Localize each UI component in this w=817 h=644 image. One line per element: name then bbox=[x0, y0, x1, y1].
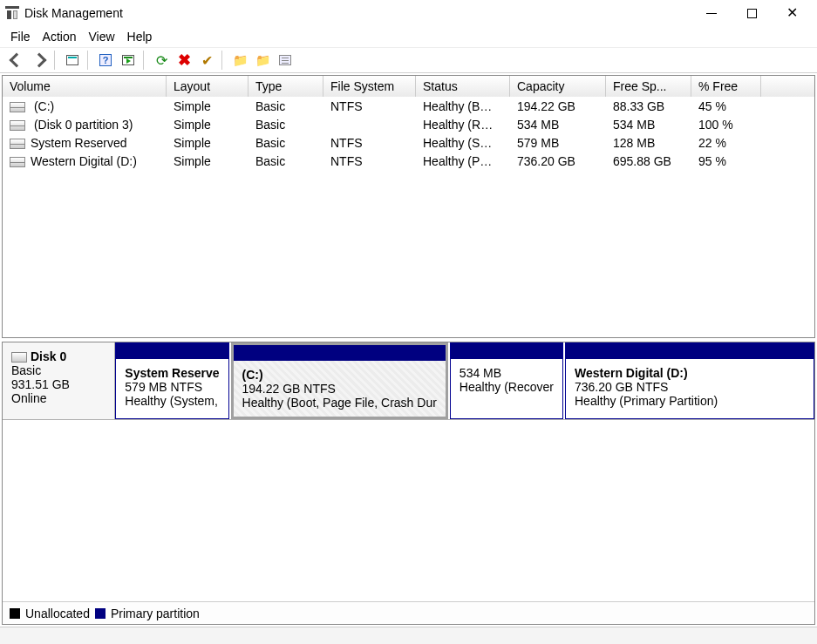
menubar: File Action View Help bbox=[0, 26, 817, 47]
minimize-button[interactable] bbox=[691, 0, 732, 26]
properties-button[interactable]: ✔ bbox=[197, 51, 216, 70]
cell-fs: NTFS bbox=[323, 99, 416, 113]
titlebar: Disk Management ✕ bbox=[0, 0, 817, 26]
partition-body: (C:)194.22 GB NTFSHealthy (Boot, Page Fi… bbox=[234, 361, 446, 417]
cell-capacity: 579 MB bbox=[510, 136, 606, 150]
maximize-icon bbox=[747, 9, 757, 18]
col-layout[interactable]: Layout bbox=[167, 76, 249, 97]
window: Disk Management ✕ File Action View Help … bbox=[0, 0, 817, 644]
refresh-button[interactable]: ⟳ bbox=[152, 51, 171, 70]
volume-row[interactable]: (Disk 0 partition 3)SimpleBasicHealthy (… bbox=[3, 115, 814, 133]
partition-bar bbox=[116, 343, 228, 359]
swatch-unallocated-icon bbox=[10, 608, 20, 619]
maximize-button[interactable] bbox=[732, 0, 772, 26]
cell-type: Basic bbox=[249, 136, 323, 150]
col-capacity[interactable]: Capacity bbox=[510, 76, 606, 97]
menu-action[interactable]: Action bbox=[43, 30, 77, 44]
partition-title: Western Digital (D:) bbox=[575, 366, 805, 380]
partition-bar bbox=[234, 345, 446, 361]
col-status[interactable]: Status bbox=[416, 76, 510, 97]
cell-capacity: 736.20 GB bbox=[510, 154, 606, 168]
cell-type: Basic bbox=[249, 99, 323, 113]
window-title: Disk Management bbox=[24, 6, 123, 20]
cell-pfree: 100 % bbox=[691, 118, 761, 132]
panel-icon bbox=[66, 55, 78, 65]
minimize-icon bbox=[706, 13, 717, 14]
partition-size: 736.20 GB NTFS bbox=[575, 380, 805, 394]
volume-row[interactable]: Western Digital (D:)SimpleBasicNTFSHealt… bbox=[3, 152, 814, 170]
menu-file[interactable]: File bbox=[10, 30, 31, 44]
col-type[interactable]: Type bbox=[249, 76, 323, 97]
partition[interactable]: (C:)194.22 GB NTFSHealthy (Boot, Page Fi… bbox=[231, 342, 448, 419]
volume-icon bbox=[10, 157, 25, 167]
col-volume[interactable]: Volume bbox=[3, 76, 167, 97]
partition-status: Healthy (Boot, Page File, Crash Dur bbox=[242, 396, 437, 410]
menu-help[interactable]: Help bbox=[127, 30, 153, 44]
cell-type: Basic bbox=[249, 118, 323, 132]
partition-size: 534 MB bbox=[460, 366, 554, 380]
toolbar-separator bbox=[143, 51, 146, 70]
legend: Unallocated Primary partition bbox=[3, 601, 814, 624]
disk-state: Online bbox=[11, 391, 106, 405]
cell-free: 695.88 GB bbox=[606, 154, 691, 168]
disk-row: Disk 0 Basic 931.51 GB Online System Res… bbox=[3, 342, 814, 420]
volume-icon bbox=[10, 120, 25, 131]
cell-capacity: 194.22 GB bbox=[510, 99, 606, 113]
cell-capacity: 534 MB bbox=[510, 118, 606, 132]
partition-title: System Reserve bbox=[125, 366, 219, 380]
disk-label[interactable]: Disk 0 Basic 931.51 GB Online bbox=[3, 342, 115, 419]
folder-up-icon: 📁 bbox=[233, 53, 248, 67]
partitions: System Reserve579 MB NTFSHealthy (System… bbox=[115, 342, 814, 419]
col-filesystem[interactable]: File System bbox=[323, 76, 416, 97]
partition-status: Healthy (System, bbox=[125, 394, 219, 408]
list-icon bbox=[279, 55, 291, 65]
toolbar-separator bbox=[87, 51, 91, 70]
folder-up-button[interactable]: 📁 bbox=[230, 51, 249, 70]
cell-status: Healthy (B… bbox=[416, 99, 510, 113]
menu-view[interactable]: View bbox=[88, 30, 114, 44]
partition[interactable]: System Reserve579 MB NTFSHealthy (System… bbox=[115, 342, 228, 419]
col-percent-free[interactable]: % Free bbox=[691, 76, 761, 97]
cell-free: 128 MB bbox=[606, 136, 691, 150]
toolbar: ? ⟳ ✖ ✔ 📁 📁 bbox=[0, 47, 817, 73]
cell-pfree: 22 % bbox=[691, 136, 761, 150]
show-hide-console-tree-button[interactable] bbox=[63, 51, 82, 70]
panel-play-icon bbox=[122, 55, 134, 65]
partition-size: 194.22 GB NTFS bbox=[242, 382, 437, 396]
disk-type: Basic bbox=[11, 363, 106, 377]
disk-icon bbox=[11, 352, 27, 363]
cell-status: Healthy (R… bbox=[416, 118, 510, 132]
volume-list-header: Volume Layout Type File System Status Ca… bbox=[3, 76, 814, 97]
volume-name: (C:) bbox=[31, 99, 54, 113]
cell-layout: Simple bbox=[167, 118, 249, 132]
refresh-icon: ⟳ bbox=[156, 52, 167, 69]
cell-fs: NTFS bbox=[323, 136, 416, 150]
partition-bar bbox=[566, 343, 814, 359]
folder-search-icon: 📁 bbox=[255, 53, 270, 67]
partition-bar bbox=[451, 343, 562, 359]
help-button[interactable]: ? bbox=[96, 51, 115, 70]
actionpane-button[interactable] bbox=[119, 51, 138, 70]
app-icon bbox=[5, 6, 19, 20]
disk-name: Disk 0 bbox=[31, 349, 66, 363]
volume-row[interactable]: (C:)SimpleBasicNTFSHealthy (B…194.22 GB8… bbox=[3, 97, 814, 115]
forward-button[interactable] bbox=[30, 51, 49, 70]
list-view-button[interactable] bbox=[276, 51, 295, 70]
swatch-primary-icon bbox=[95, 608, 106, 619]
delete-button[interactable]: ✖ bbox=[174, 51, 194, 70]
back-button[interactable] bbox=[7, 51, 26, 70]
partition[interactable]: Western Digital (D:)736.20 GB NTFSHealth… bbox=[565, 342, 814, 419]
folder-search-button[interactable]: 📁 bbox=[253, 51, 272, 70]
arrow-left-icon bbox=[10, 53, 24, 68]
help-icon: ? bbox=[99, 54, 112, 66]
volume-row[interactable]: System ReservedSimpleBasicNTFSHealthy (S… bbox=[3, 133, 814, 152]
cell-type: Basic bbox=[249, 154, 323, 168]
partition-body: 534 MBHealthy (Recover bbox=[451, 359, 562, 418]
cell-layout: Simple bbox=[167, 136, 249, 150]
check-icon: ✔ bbox=[201, 52, 213, 69]
col-free-space[interactable]: Free Sp... bbox=[606, 76, 691, 97]
cell-fs: NTFS bbox=[323, 154, 416, 168]
partition[interactable]: 534 MBHealthy (Recover bbox=[450, 342, 563, 419]
close-button[interactable]: ✕ bbox=[772, 0, 812, 26]
volume-icon bbox=[10, 139, 25, 149]
